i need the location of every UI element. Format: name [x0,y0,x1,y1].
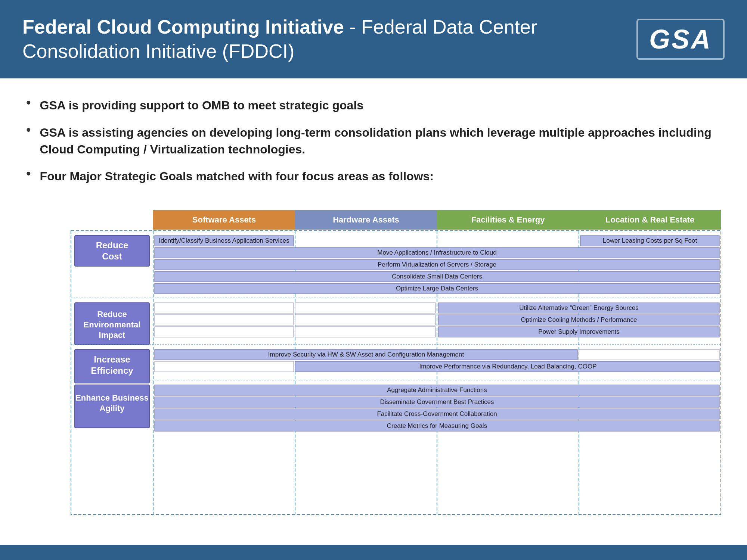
svg-text:Environmental: Environmental [84,320,141,329]
header: Federal Cloud Computing Initiative - Fed… [0,0,747,78]
svg-text:Increase: Increase [94,354,130,364]
svg-rect-51 [579,349,719,360]
svg-text:Power Supply Improvements: Power Supply Improvements [538,328,619,335]
svg-rect-37 [155,315,294,325]
svg-text:Facilitate Cross-Government Co: Facilitate Cross-Government Collaboratio… [377,410,497,417]
svg-text:Reduce: Reduce [97,309,127,319]
svg-rect-41 [155,327,294,337]
svg-text:Improve Performance via Redund: Improve Performance via Redundancy, Load… [419,363,597,370]
svg-text:Aggregate Administrative Funct: Aggregate Administrative Functions [387,386,487,393]
svg-text:Utilize Alternative “Green” En: Utilize Alternative “Green” Energy Sourc… [519,304,638,311]
body: • GSA is providing support to OMB to mee… [0,78,747,545]
svg-text:Cost: Cost [102,251,122,261]
svg-text:Hardware Assets: Hardware Assets [333,215,399,224]
title-dash: - [344,16,361,38]
svg-text:Impact: Impact [99,330,126,340]
header-title: Federal Cloud Computing Initiative - Fed… [22,15,636,63]
svg-text:Identify/Classify Business App: Identify/Classify Business Application S… [159,237,289,244]
svg-rect-34 [295,303,436,313]
svg-text:Optimize Large Data Centers: Optimize Large Data Centers [396,285,478,292]
svg-text:Move Applications / Infrastruc: Move Applications / Infrastructure to Cl… [377,249,496,256]
diagram-container: Software Assets Hardware Assets Faciliti… [26,210,721,534]
svg-text:Reduce: Reduce [96,240,128,250]
svg-text:Efficiency: Efficiency [91,365,133,376]
bullet-item-1: • GSA is providing support to OMB to mee… [26,97,721,114]
bullet-text-3: Four Major Strategic Goals matched with … [40,168,434,185]
bullet-dot-2: • [26,122,31,138]
svg-text:Disseminate Government Best Pr: Disseminate Government Best Practices [380,398,494,405]
svg-text:Agility: Agility [99,404,125,413]
svg-text:Software Assets: Software Assets [192,215,256,224]
svg-text:Lower Leasing Costs per Sq Foo: Lower Leasing Costs per Sq Foot [603,237,697,244]
svg-text:Create Metrics for Measuring G: Create Metrics for Measuring Goals [387,422,487,429]
svg-text:Improve Security via HW & SW A: Improve Security via HW & SW Asset and C… [268,351,464,358]
bullet-text-1: GSA is providing support to OMB to meet … [40,97,363,114]
svg-text:Consolidate Small Data Centers: Consolidate Small Data Centers [392,273,482,280]
svg-rect-38 [295,315,436,325]
slide: Federal Cloud Computing Initiative - Fed… [0,0,747,560]
svg-text:Perform Virtualization of Serv: Perform Virtualization of Servers / Stor… [378,261,496,268]
bullet-text-2: GSA is assisting agencies on developing … [40,124,721,158]
svg-text:Location & Real Estate: Location & Real Estate [605,215,694,224]
bullet-section: • GSA is providing support to OMB to mee… [26,97,721,195]
gsa-logo: GSA [636,19,725,60]
bullet-dot-3: • [26,166,31,181]
diagram-svg: Software Assets Hardware Assets Faciliti… [26,210,721,516]
svg-rect-33 [155,303,294,313]
svg-text:Facilities & Energy: Facilities & Energy [471,215,545,224]
bullet-item-2: • GSA is assisting agencies on developin… [26,124,721,158]
svg-text:Optimize Cooling Methods / Per: Optimize Cooling Methods / Performance [521,316,637,323]
title-bold: Federal Cloud Computing Initiative [22,16,344,38]
svg-text:Enhance Business: Enhance Business [75,393,149,402]
bullet-item-3: • Four Major Strategic Goals matched wit… [26,168,721,185]
footer-bar [0,545,747,560]
svg-rect-42 [295,327,436,337]
svg-rect-52 [155,361,294,372]
bullet-dot-1: • [26,95,31,111]
